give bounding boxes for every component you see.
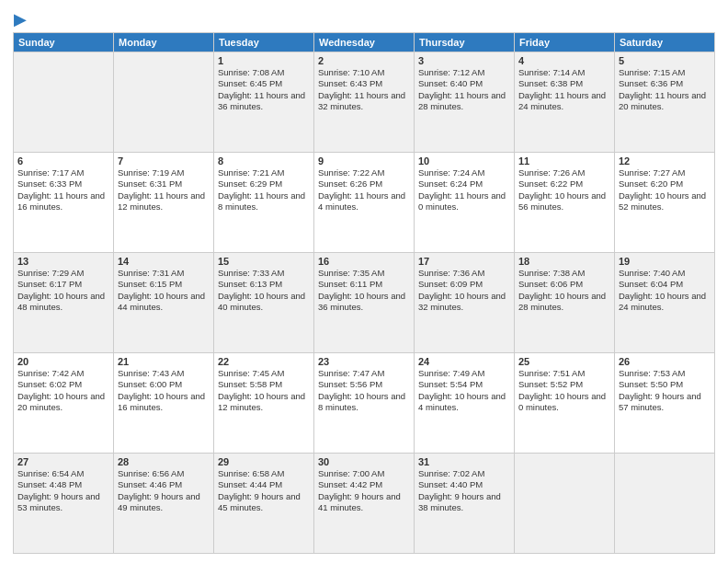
day-info: Sunset: 6:00 PM [118,379,210,390]
day-info: Daylight: 9 hours and 38 minutes. [418,491,510,514]
calendar-cell: 8Sunrise: 7:21 AMSunset: 6:29 PMDaylight… [214,153,314,253]
day-number: 19 [619,256,711,267]
day-info: Sunset: 5:52 PM [518,379,610,390]
day-info: Sunrise: 7:40 AM [619,268,711,279]
day-info: Daylight: 10 hours and 0 minutes. [518,391,610,414]
day-number: 6 [17,155,109,167]
day-info: Daylight: 11 hours and 0 minutes. [418,190,510,213]
day-info: Sunrise: 7:31 AM [118,268,210,279]
day-info: Sunrise: 7:24 AM [418,167,510,178]
calendar-cell: 30Sunrise: 7:00 AMSunset: 4:42 PMDayligh… [314,454,415,554]
logo: ▶ [13,9,27,27]
day-info: Sunrise: 7:22 AM [318,167,410,178]
day-info: Sunset: 6:02 PM [17,379,109,390]
day-info: Sunset: 6:26 PM [318,178,410,190]
day-info: Sunset: 6:45 PM [218,78,310,89]
day-info: Sunrise: 7:27 AM [619,167,711,178]
calendar-day-header: Monday [114,33,214,52]
calendar-cell: 7Sunrise: 7:19 AMSunset: 6:31 PMDaylight… [114,153,214,253]
calendar-cell: 31Sunrise: 7:02 AMSunset: 4:40 PMDayligh… [415,454,515,554]
day-info: Sunrise: 7:10 AM [318,67,410,78]
calendar-cell: 12Sunrise: 7:27 AMSunset: 6:20 PMDayligh… [615,153,715,253]
day-info: Daylight: 10 hours and 8 minutes. [318,391,410,414]
day-info: Daylight: 11 hours and 16 minutes. [17,190,109,213]
day-info: Sunset: 6:24 PM [418,178,510,190]
day-info: Sunset: 4:44 PM [218,479,310,490]
day-number: 21 [118,356,210,367]
calendar-week-row: 6Sunrise: 7:17 AMSunset: 6:33 PMDaylight… [14,153,715,253]
day-info: Sunrise: 7:29 AM [17,268,109,279]
day-info: Daylight: 9 hours and 45 minutes. [218,491,310,514]
day-info: Daylight: 9 hours and 53 minutes. [17,491,109,514]
day-info: Sunset: 6:40 PM [418,78,510,89]
calendar-cell: 10Sunrise: 7:24 AMSunset: 6:24 PMDayligh… [415,153,515,253]
day-info: Daylight: 10 hours and 56 minutes. [518,190,610,213]
day-info: Sunrise: 7:26 AM [518,167,610,178]
calendar-week-row: 20Sunrise: 7:42 AMSunset: 6:02 PMDayligh… [14,353,715,454]
day-info: Daylight: 10 hours and 40 minutes. [218,291,310,314]
day-info: Sunrise: 6:56 AM [118,468,210,479]
day-number: 17 [418,256,510,267]
calendar-table: SundayMondayTuesdayWednesdayThursdayFrid… [13,32,715,554]
day-number: 18 [518,256,610,267]
calendar-header-row: SundayMondayTuesdayWednesdayThursdayFrid… [14,33,715,52]
calendar-day-header: Sunday [14,33,114,52]
calendar-cell: 3Sunrise: 7:12 AMSunset: 6:40 PMDaylight… [415,52,515,153]
day-info: Sunset: 6:17 PM [17,279,109,290]
day-info: Daylight: 9 hours and 57 minutes. [619,391,711,414]
day-info: Sunrise: 6:54 AM [17,468,109,479]
day-info: Daylight: 10 hours and 20 minutes. [17,391,109,414]
calendar-cell [14,52,114,153]
calendar-day-header: Saturday [615,33,715,52]
day-info: Sunset: 6:04 PM [619,279,711,290]
calendar-cell [515,454,615,554]
day-info: Sunset: 6:31 PM [118,178,210,190]
day-info: Sunset: 5:58 PM [218,379,310,390]
day-info: Sunrise: 7:35 AM [318,268,410,279]
day-info: Sunset: 6:06 PM [518,279,610,290]
day-number: 10 [418,155,510,167]
day-info: Daylight: 10 hours and 44 minutes. [118,291,210,314]
day-info: Sunset: 6:20 PM [619,178,711,190]
day-info: Sunrise: 7:42 AM [17,368,109,379]
calendar-week-row: 1Sunrise: 7:08 AMSunset: 6:45 PMDaylight… [14,52,715,153]
day-number: 24 [418,356,510,367]
calendar-cell: 18Sunrise: 7:38 AMSunset: 6:06 PMDayligh… [515,253,615,353]
day-info: Daylight: 10 hours and 16 minutes. [118,391,210,414]
day-number: 26 [619,356,711,367]
day-info: Sunrise: 6:58 AM [218,468,310,479]
day-info: Sunset: 6:36 PM [619,78,711,89]
day-info: Sunset: 6:22 PM [518,178,610,190]
calendar-cell: 19Sunrise: 7:40 AMSunset: 6:04 PMDayligh… [615,253,715,353]
day-info: Sunset: 6:13 PM [218,279,310,290]
day-number: 14 [118,256,210,267]
logo-bird-icon: ▶ [14,9,27,29]
day-number: 5 [619,55,711,66]
day-info: Sunset: 5:50 PM [619,379,711,390]
calendar-cell: 4Sunrise: 7:14 AMSunset: 6:38 PMDaylight… [515,52,615,153]
day-number: 20 [17,356,109,367]
calendar-week-row: 13Sunrise: 7:29 AMSunset: 6:17 PMDayligh… [14,253,715,353]
day-info: Sunset: 6:11 PM [318,279,410,290]
day-number: 16 [318,256,410,267]
day-info: Sunrise: 7:51 AM [518,368,610,379]
day-info: Sunrise: 7:33 AM [218,268,310,279]
calendar-day-header: Friday [515,33,615,52]
day-number: 30 [318,456,410,467]
calendar-cell: 5Sunrise: 7:15 AMSunset: 6:36 PMDaylight… [615,52,715,153]
day-info: Sunset: 5:56 PM [318,379,410,390]
calendar-cell: 14Sunrise: 7:31 AMSunset: 6:15 PMDayligh… [114,253,214,353]
day-info: Sunrise: 7:49 AM [418,368,510,379]
calendar-cell: 15Sunrise: 7:33 AMSunset: 6:13 PMDayligh… [214,253,314,353]
calendar-cell: 11Sunrise: 7:26 AMSunset: 6:22 PMDayligh… [515,153,615,253]
calendar-cell: 22Sunrise: 7:45 AMSunset: 5:58 PMDayligh… [214,353,314,454]
day-number: 29 [218,456,310,467]
calendar-cell: 23Sunrise: 7:47 AMSunset: 5:56 PMDayligh… [314,353,415,454]
day-info: Sunset: 4:40 PM [418,479,510,490]
day-info: Sunrise: 7:38 AM [518,268,610,279]
day-info: Daylight: 10 hours and 12 minutes. [218,391,310,414]
day-info: Sunset: 6:09 PM [418,279,510,290]
day-info: Daylight: 11 hours and 28 minutes. [418,90,510,113]
calendar-cell: 29Sunrise: 6:58 AMSunset: 4:44 PMDayligh… [214,454,314,554]
day-info: Sunset: 4:42 PM [318,479,410,490]
